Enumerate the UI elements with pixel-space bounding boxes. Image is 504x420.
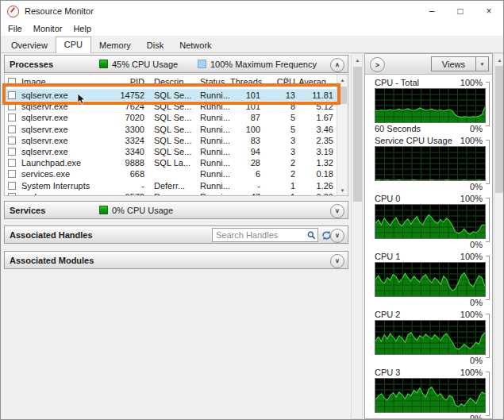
- handles-section-header[interactable]: Associated Handles Search Handles ∨: [4, 225, 348, 244]
- column-header-description[interactable]: Descrip...: [148, 75, 194, 89]
- modules-section-header[interactable]: Associated Modules ∨: [4, 251, 348, 269]
- tab-overview[interactable]: Overview: [3, 38, 56, 52]
- table-row[interactable]: Launchpad.exe9888SQL La...Runni...2821.3…: [5, 157, 348, 168]
- cell-cpu: 1: [264, 191, 298, 196]
- scroll-down-icon[interactable]: ▼: [337, 185, 348, 195]
- row-checkbox[interactable]: [8, 102, 16, 110]
- handles-title: Associated Handles: [10, 230, 93, 240]
- row-checkbox[interactable]: [8, 193, 16, 196]
- cell-cpu: 2: [264, 157, 298, 168]
- scrollbar-thumb[interactable]: [338, 87, 347, 104]
- process-table-header: Image PID Descrip... Status Threads CPU …: [5, 75, 348, 90]
- table-row[interactable]: sqlservr.exe3340SQL Se...Runni...9433.19: [5, 146, 348, 157]
- graphs-toolbar: > Views ▼: [365, 54, 492, 75]
- process-image-name: sqlservr.exe: [21, 135, 68, 146]
- table-row[interactable]: sqlservr.exe7624SQL Se...Runni...10185.1…: [5, 101, 348, 112]
- processes-collapse-button[interactable]: ∧: [330, 58, 344, 72]
- cell-pid: 9888: [113, 157, 148, 168]
- services-cpu-legend: 0% CPU Usage: [99, 206, 173, 215]
- graph-scale-bracket: [486, 198, 490, 242]
- menu-help[interactable]: Help: [73, 24, 91, 33]
- column-header-pid[interactable]: PID: [113, 75, 148, 89]
- scrollbar-thumb[interactable]: [495, 66, 503, 193]
- usage-area-chart: [375, 378, 486, 413]
- cell-avg: 1.32: [298, 157, 337, 168]
- table-row[interactable]: sqlservr.exe3300SQL Se...Runni...10053.4…: [5, 124, 348, 135]
- cell-cpu: 3: [264, 135, 298, 146]
- process-table-scrollbar[interactable]: ▲ ▼: [337, 75, 348, 195]
- cell-cpu: 8: [264, 101, 298, 112]
- row-checkbox[interactable]: [8, 159, 16, 167]
- scrollbar-thumb[interactable]: [353, 67, 362, 202]
- row-checkbox[interactable]: [8, 182, 16, 190]
- views-dropdown-icon[interactable]: ▼: [475, 57, 488, 71]
- process-image-name: perfmon.exe: [21, 191, 70, 196]
- maximize-button[interactable]: □: [446, 1, 475, 21]
- menu-monitor[interactable]: Monitor: [33, 24, 63, 33]
- search-handles-input[interactable]: Search Handles: [212, 228, 318, 242]
- cell-threads: 101: [230, 101, 264, 112]
- row-checkbox[interactable]: [8, 170, 16, 178]
- cell-threads: 28: [230, 157, 264, 168]
- cell-pid: -: [113, 180, 148, 191]
- table-row[interactable]: services.exe668Runni...620.18: [5, 168, 348, 179]
- search-icon[interactable]: [305, 231, 317, 240]
- handles-expand-button[interactable]: ∨: [330, 229, 344, 243]
- column-header-status[interactable]: Status: [194, 75, 230, 89]
- minimize-button[interactable]: –: [417, 1, 446, 21]
- views-button[interactable]: Views ▼: [431, 56, 489, 71]
- tab-network[interactable]: Network: [171, 38, 219, 52]
- cell-cpu: 5: [264, 124, 298, 135]
- modules-expand-button[interactable]: ∨: [330, 254, 344, 268]
- tab-cpu[interactable]: CPU: [56, 37, 91, 53]
- column-header-average[interactable]: Averag...: [298, 75, 337, 89]
- table-row[interactable]: sqlservr.exe3324SQL Se...Runni...8332.35: [5, 135, 348, 146]
- cell-status: Runni...: [194, 124, 230, 135]
- processes-section-header[interactable]: Processes 45% CPU Usage 100% Maximum Fre…: [4, 55, 348, 73]
- scroll-up-icon[interactable]: ▲: [494, 55, 504, 65]
- row-checkbox[interactable]: [8, 137, 16, 144]
- services-section-header[interactable]: Services 0% CPU Usage ∨: [4, 201, 348, 219]
- services-expand-button[interactable]: ∨: [330, 204, 344, 218]
- table-row[interactable]: perfmon.exe9572Resour...Runni...4710.26: [5, 191, 348, 196]
- column-header-image[interactable]: Image: [5, 75, 113, 89]
- graph-min-label: 0%: [470, 240, 483, 249]
- menu-file[interactable]: File: [8, 24, 22, 33]
- cpu-graph-block: CPU 3100%0%: [365, 364, 492, 419]
- cell-status: Runni...: [194, 180, 230, 191]
- right-pane-scrollbar[interactable]: ▲: [494, 53, 504, 419]
- scroll-up-icon[interactable]: ▲: [352, 55, 363, 65]
- close-button[interactable]: ×: [475, 1, 503, 21]
- table-row[interactable]: sqlservr.exe14752SQL Se...Runni...101131…: [5, 90, 348, 101]
- cell-status: Runni...: [194, 101, 230, 112]
- row-checkbox[interactable]: [8, 114, 16, 121]
- max-frequency-legend-icon: [198, 60, 206, 68]
- table-row[interactable]: System Interrupts-Deferr...Runni...-11.2…: [5, 180, 348, 191]
- row-checkbox[interactable]: [8, 148, 16, 156]
- process-image-name: services.exe: [21, 168, 70, 179]
- header-checkbox[interactable]: [8, 78, 16, 86]
- menu-bar: File Monitor Help: [1, 21, 503, 36]
- row-checkbox[interactable]: [8, 91, 16, 99]
- left-pane-scrollbar[interactable]: ▲: [351, 53, 363, 419]
- column-header-cpu[interactable]: CPU: [264, 75, 298, 89]
- tab-disk[interactable]: Disk: [139, 38, 171, 52]
- row-checkbox[interactable]: [8, 125, 16, 133]
- cell-avg: 2.35: [298, 135, 337, 146]
- graph-min-label: 0%: [470, 414, 483, 420]
- cell-cpu: 13: [264, 90, 298, 101]
- cpu-graph-block: CPU 1100%0%: [365, 249, 492, 306]
- panel-expand-button[interactable]: >: [370, 57, 385, 72]
- search-placeholder: Search Handles: [216, 230, 305, 240]
- cell-threads: 94: [230, 146, 264, 157]
- views-button-label[interactable]: Views: [432, 57, 475, 71]
- cell-avg: 3.46: [298, 124, 337, 135]
- scroll-up-icon[interactable]: ▲: [337, 75, 348, 85]
- cell-pid: 3324: [113, 135, 148, 146]
- column-header-threads[interactable]: Threads: [230, 75, 264, 89]
- graph-min-label: 0%: [470, 182, 483, 191]
- cell-status: Runni...: [194, 168, 230, 179]
- cell-desc: SQL Se...: [148, 90, 194, 101]
- table-row[interactable]: sqlservr.exe7020SQL Se...Runni...8751.67: [5, 112, 348, 123]
- tab-memory[interactable]: Memory: [91, 38, 139, 52]
